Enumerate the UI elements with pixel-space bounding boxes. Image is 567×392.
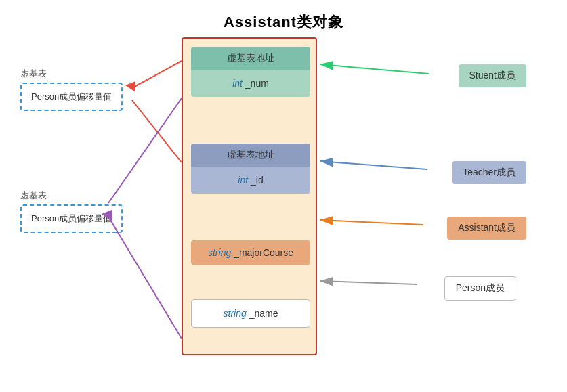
right-label-student: Stuent成员 [459,64,526,87]
vbase-label-top: 虚基表 [20,68,123,80]
right-label-teacher: Teacher成员 [452,161,526,184]
red-arrow-2 [132,100,182,162]
left-bottom-group: 虚基表 Person成员偏移量值 [20,190,123,233]
person-section: string _name [191,299,310,328]
teacher-type: int [238,175,248,186]
arrow-teacher [320,161,427,169]
arrow-person [320,281,417,284]
student-var: _num [245,78,269,89]
page-title: Assistant类对象 [0,0,567,32]
main-object-container: 虚基表地址 int _num 虚基表地址 int _id string _maj… [182,37,317,355]
person-type: string [224,308,247,319]
arrow-assistant [320,220,423,225]
red-arrowhead-1 [125,81,135,92]
offset-box-top: Person成员偏移量值 [20,83,123,111]
vbase-label-bottom: 虚基表 [20,190,123,202]
arrow-student [320,64,429,74]
assistant-var: _majorCourse [234,247,293,258]
teacher-var: _id [251,175,264,186]
red-arrow-1 [132,61,182,88]
assistant-type: string [208,247,231,258]
student-section: 虚基表地址 int _num [191,47,310,97]
person-var: _name [249,308,278,319]
assistant-section: string _majorCourse [191,240,310,265]
teacher-body: int _id [191,167,310,194]
student-type: int [232,78,243,89]
teacher-vbase-header: 虚基表地址 [191,144,310,167]
teacher-section: 虚基表地址 int _id [191,144,310,194]
student-vbase-header: 虚基表地址 [191,47,310,70]
assistant-body: string _majorCourse [191,240,310,265]
student-body: int _num [191,70,310,97]
right-label-person: Person成员 [444,276,516,301]
purple-arrow-1 [108,98,182,203]
left-top-group: 虚基表 Person成员偏移量值 [20,68,123,111]
right-label-assistant: Assistant成员 [447,217,526,240]
person-body: string _name [192,300,310,327]
offset-box-bottom: Person成员偏移量值 [20,204,123,233]
purple-arrow-2 [108,217,182,339]
